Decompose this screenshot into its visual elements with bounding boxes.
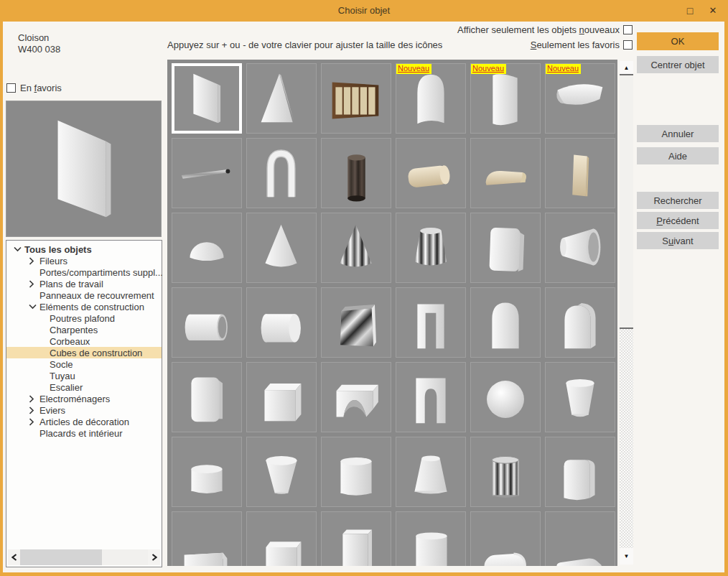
- thumbnail-panel-curved[interactable]: Nouveau: [470, 63, 541, 134]
- thumbnail-arch-block-3d[interactable]: [545, 287, 615, 358]
- chevron-right-icon[interactable]: [29, 407, 39, 414]
- favorites-checkbox[interactable]: [6, 83, 16, 93]
- filter-new-objects-checkbox[interactable]: [623, 25, 633, 34]
- thumbnail-cylinder-horizontal-capped[interactable]: [246, 287, 317, 358]
- thumbnail-wood-screen[interactable]: [321, 63, 391, 134]
- tree-item-tuyau[interactable]: Tuyau: [6, 370, 162, 381]
- aide-button[interactable]: Aide: [637, 147, 719, 164]
- filter-favorites-row[interactable]: Seulement les favoris: [531, 40, 633, 50]
- chevron-right-icon[interactable]: [29, 395, 39, 403]
- tree-item-corbeaux[interactable]: Corbeaux: [6, 335, 162, 347]
- thumbnail-slab-rounded[interactable]: [470, 213, 541, 283]
- tree-item-tous-les-objets[interactable]: Tous les objets: [6, 243, 162, 255]
- tree-item-charpentes[interactable]: Charpentes: [6, 324, 162, 335]
- tree-item-portes-compartiments-suppl[interactable]: Portes/compartiments suppl...: [6, 266, 162, 278]
- thumbnail-box-rounded[interactable]: [545, 437, 615, 507]
- thumbnail-panel-trapezoid[interactable]: [172, 63, 242, 134]
- tree-item-electrom-nagers[interactable]: Electroménagers: [6, 393, 162, 404]
- thumbnail-cylinder-low[interactable]: [172, 437, 242, 507]
- rechercher-button[interactable]: Rechercher: [637, 192, 719, 209]
- tree-item-cubes-de-construction[interactable]: Cubes de construction: [6, 347, 162, 358]
- favorites-checkbox-row[interactable]: En favoris: [6, 83, 62, 93]
- scrollbar-track[interactable]: [20, 549, 148, 565]
- chevron-down-icon[interactable]: [29, 304, 39, 310]
- maximize-icon[interactable]: □: [681, 0, 699, 22]
- tree-item-label: Corbeaux: [50, 336, 90, 347]
- filter-new-objects-label: Afficher seulement les objets nouveaux: [457, 24, 620, 35]
- filter-favorites-checkbox[interactable]: [623, 40, 633, 50]
- close-icon[interactable]: ✕: [704, 0, 722, 22]
- thumbnail-dome[interactable]: [172, 213, 242, 283]
- thumbnail-slab-flat[interactable]: [545, 511, 615, 566]
- tree-item-placards-et-int-rieur[interactable]: Placards et intérieur: [6, 427, 162, 439]
- filter-favorites-label: Seulement les favoris: [531, 40, 620, 50]
- category-tree: Tous les objetsFileursPortes/compartimen…: [6, 243, 162, 439]
- thumbnail-panel-canopy[interactable]: Nouveau: [545, 63, 615, 134]
- thumbnail-slab-rounded-tall[interactable]: [172, 362, 242, 432]
- thumbnail-sphere[interactable]: [470, 362, 541, 432]
- thumbnail-frustum-side[interactable]: [545, 213, 615, 283]
- thumbnail-box[interactable]: [246, 362, 317, 432]
- tree-item-socle[interactable]: Socle: [6, 358, 162, 370]
- tree-item-fileurs[interactable]: Fileurs: [6, 255, 162, 266]
- thumbnail-plank[interactable]: [545, 138, 615, 208]
- thumbnail-frustum-tall[interactable]: [396, 437, 466, 507]
- thumbnail-cone[interactable]: [246, 213, 317, 283]
- tree-horizontal-scrollbar[interactable]: [8, 549, 160, 565]
- grid-vertical-scrollbar[interactable]: ▲ ▼: [620, 61, 633, 565]
- chevron-down-icon[interactable]: [14, 246, 24, 252]
- chevron-right-icon[interactable]: [29, 418, 39, 426]
- thumbnail-door-frame[interactable]: [396, 287, 466, 358]
- thumbnail-arch-tube[interactable]: [246, 138, 317, 208]
- filter-new-objects-row[interactable]: Afficher seulement les objets nouveaux: [457, 24, 633, 35]
- thumbnail-log-capsule[interactable]: [470, 511, 541, 566]
- title-bar[interactable]: Choisir objet □ ✕: [0, 0, 728, 22]
- scrollbar-track[interactable]: [620, 329, 633, 548]
- scrollbar-thumb[interactable]: [20, 549, 102, 565]
- icon-size-hint: Appuyez sur + ou - de votre clavier pour…: [167, 40, 442, 50]
- thumbnail-cylinder-tall[interactable]: [396, 511, 466, 566]
- centrer-objet-button[interactable]: Centrer objet: [637, 56, 719, 73]
- primary-button-group: OKCentrer objet: [637, 32, 719, 79]
- thumbnail-box-tall[interactable]: [321, 511, 391, 566]
- thumbnail-arch-block[interactable]: [470, 287, 541, 358]
- thumbnail-cylinder[interactable]: [321, 437, 391, 507]
- scroll-left-icon[interactable]: [8, 549, 20, 565]
- chevron-right-icon[interactable]: [29, 280, 39, 288]
- thumbnail-panel-triangle[interactable]: [246, 63, 317, 134]
- thumbnail-panel-arch-top[interactable]: Nouveau: [396, 63, 466, 134]
- thumbnail-cone-cup[interactable]: [246, 437, 317, 507]
- thumbnail-slab-low[interactable]: [172, 511, 242, 566]
- tree-item-plans-de-travail[interactable]: Plans de travail: [6, 278, 162, 289]
- ok-button[interactable]: OK: [637, 32, 719, 50]
- tree-item-label: Articles de décoration: [39, 417, 129, 427]
- annuler-button[interactable]: Annuler: [637, 125, 719, 142]
- thumbnail-arch-doorway-panel[interactable]: [396, 362, 466, 432]
- thumbnail-rod-thin[interactable]: [172, 138, 242, 208]
- scroll-right-icon[interactable]: [148, 549, 160, 565]
- thumbnail-box-low[interactable]: [246, 511, 317, 566]
- chevron-right-icon[interactable]: [29, 257, 39, 265]
- tree-item-el-ments-de-construction[interactable]: Eléments de construction: [6, 301, 162, 312]
- navigation-button-group: RechercherPrécédentSuivant: [637, 192, 719, 252]
- suivant-button[interactable]: Suivant: [637, 232, 719, 249]
- tree-item-escalier[interactable]: Escalier: [6, 381, 162, 393]
- thumbnail-log-bark[interactable]: [321, 138, 391, 208]
- thumbnail-cylinder-chrome[interactable]: [470, 437, 541, 507]
- scroll-down-icon[interactable]: ▼: [620, 548, 633, 565]
- thumbnail-log-half[interactable]: [470, 138, 541, 208]
- precedent-button[interactable]: Précédent: [637, 212, 719, 229]
- thumbnail-cylinder-horizontal-open[interactable]: [172, 287, 242, 358]
- thumbnail-frustum-down[interactable]: [545, 362, 615, 432]
- thumbnail-cone[interactable]: [321, 213, 391, 283]
- tree-item-poutres-plafond[interactable]: Poutres plafond: [6, 312, 162, 324]
- thumbnail-cube[interactable]: [321, 287, 391, 358]
- scroll-up-icon[interactable]: ▲: [620, 61, 633, 74]
- tree-item-panneaux-de-recouvrement[interactable]: Panneaux de recouvrement: [6, 289, 162, 301]
- tree-item-eviers[interactable]: Eviers: [6, 404, 162, 416]
- thumbnail-frustum-bucket[interactable]: [396, 213, 466, 283]
- thumbnail-bridge-arch[interactable]: [321, 362, 391, 432]
- tree-item-articles-de-d-coration[interactable]: Articles de décoration: [6, 416, 162, 427]
- scrollbar-thumb[interactable]: [620, 74, 633, 329]
- thumbnail-log-horizontal[interactable]: [396, 138, 466, 208]
